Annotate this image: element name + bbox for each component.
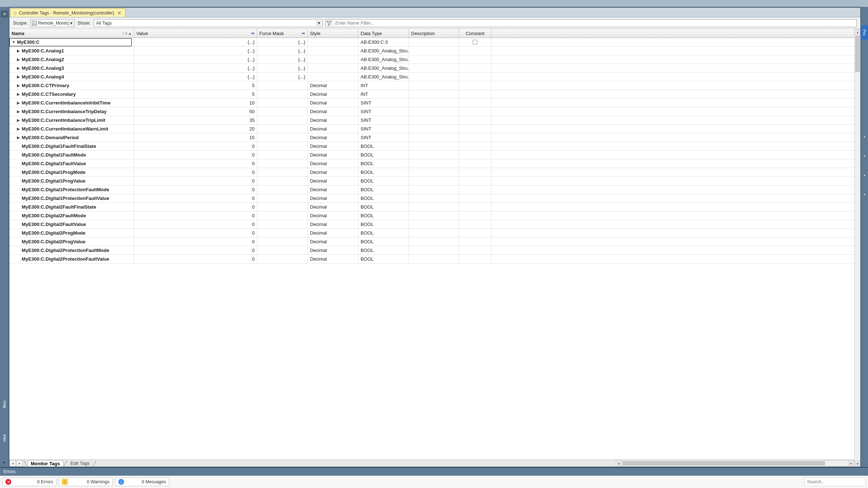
tag-constant[interactable] [459,246,492,254]
tag-value[interactable]: {...} [134,55,257,64]
tag-description[interactable] [409,116,459,124]
tag-value[interactable]: 0 [134,159,257,168]
tag-style[interactable]: Decimal [308,107,358,116]
tag-value[interactable]: 0 [134,255,257,263]
tag-value[interactable]: 5 [134,90,257,98]
tag-value[interactable]: 0 [134,185,257,194]
tag-description[interactable] [409,90,459,98]
tag-description[interactable] [409,220,459,228]
scope-select[interactable]: Remote_Monitori ▾ [30,19,75,27]
tag-constant[interactable] [459,220,492,228]
expand-toggle[interactable]: ▶ [16,110,21,114]
tag-constant[interactable] [459,125,492,133]
tab-edit-tags[interactable]: Edit Tags [68,460,93,467]
table-row[interactable]: MyE300:C.Digital2FaultMode0DecimalBOOL [9,211,854,220]
tag-constant[interactable] [459,116,492,124]
tag-constant[interactable] [459,194,492,202]
expand-toggle[interactable]: ▶ [16,75,21,79]
tag-constant[interactable] [459,47,492,55]
table-row[interactable]: MyE300:C.Digital1FaultValue0DecimalBOOL [9,159,854,168]
tag-force-mask[interactable] [257,168,308,176]
warnings-chip[interactable]: ! 0 Warnings [59,478,113,486]
expand-toggle[interactable]: ▶ [16,127,21,131]
tag-force-mask[interactable] [257,99,308,107]
tag-force-mask[interactable] [257,142,308,150]
tag-style[interactable]: Decimal [308,168,358,176]
column-header-value[interactable]: Value ⬌ [134,29,257,38]
tag-force-mask[interactable]: {...} [257,64,308,72]
tag-style[interactable]: Decimal [308,246,358,254]
tag-style[interactable]: Decimal [308,220,358,228]
expand-toggle[interactable]: ▶ [16,49,21,53]
table-row[interactable]: ▶MyE300:C.CTSecondary5DecimalINT [9,90,854,99]
vertical-scrollbar[interactable]: ▴ ▾ [854,29,860,467]
tag-constant[interactable] [459,90,492,98]
sheet-nav-prev[interactable]: ◂ [9,460,16,467]
table-row[interactable]: ▼MyE300:C{...}{...}AB:E300:C:3 [9,38,854,47]
scroll-down-button[interactable]: ▾ [855,461,860,467]
tag-description[interactable] [409,159,459,168]
tag-constant[interactable] [459,168,492,176]
expand-dock-button[interactable]: ▸ [1,458,8,466]
tag-description[interactable] [409,255,459,263]
filter-icon[interactable] [326,20,333,27]
table-row[interactable]: ▶MyE300:C.CurrentImbalanceTripLimit35Dec… [9,116,854,125]
tag-constant[interactable] [459,142,492,150]
tag-style[interactable]: Decimal [308,81,358,90]
tag-force-mask[interactable] [257,107,308,116]
tag-style[interactable]: Decimal [308,151,358,159]
column-options-icon[interactable]: ⋮≡ [121,31,127,36]
tag-force-mask[interactable]: {...} [257,55,308,64]
scroll-up-button[interactable]: ▴ [855,29,860,35]
tag-value[interactable]: 0 [134,246,257,254]
table-row[interactable]: ▶MyE300:C.DemandPeriod15DecimalSINT [9,133,854,142]
tag-style[interactable] [308,64,358,72]
tag-description[interactable] [409,211,459,220]
tag-style[interactable]: Decimal [308,203,358,211]
tag-constant[interactable] [459,55,492,64]
tag-style[interactable] [308,47,358,55]
tag-value[interactable]: 10 [134,99,257,107]
tag-style[interactable] [308,38,358,46]
messages-chip[interactable]: i 0 Messages [115,478,169,486]
flyout-button[interactable]: ▸ [864,154,865,158]
table-row[interactable]: MyE300:C.Digital1FaultFinalState0Decimal… [9,142,854,151]
close-tab-button[interactable]: ✕ [116,10,122,16]
tag-value[interactable]: 15 [134,133,257,142]
tag-description[interactable] [409,203,459,211]
table-row[interactable]: MyE300:C.Digital1FaultMode0DecimalBOOL [9,151,854,159]
scroll-right-button[interactable]: ▸ [848,460,854,466]
table-row[interactable]: ▶MyE300:C.Analog2{...}{...}AB:E300_Analo… [9,55,854,64]
checkbox[interactable] [473,40,477,44]
table-row[interactable]: MyE300:C.Digital2ProtectionFaultMode0Dec… [9,246,854,255]
tag-value[interactable]: 0 [134,177,257,185]
scroll-thumb[interactable] [622,461,825,465]
table-row[interactable]: MyE300:C.Digital2ProtectionFaultValue0De… [9,255,854,264]
flyout-button[interactable]: ▸ [864,174,865,177]
tag-value[interactable]: 0 [134,203,257,211]
table-row[interactable]: ▶MyE300:C.Analog1{...}{...}AB:E300_Analo… [9,47,854,55]
table-row[interactable]: MyE300:C.Digital1ProgMode0DecimalBOOL [9,168,854,177]
tag-constant[interactable] [459,185,492,194]
tag-value[interactable]: 0 [134,229,257,237]
tag-description[interactable] [409,142,459,150]
tag-value[interactable]: 35 [134,116,257,124]
name-filter-input[interactable] [333,21,856,26]
tag-style[interactable]: Decimal [308,125,358,133]
tag-description[interactable] [409,55,459,64]
expand-toggle[interactable]: ▼ [11,40,16,44]
table-row[interactable]: MyE300:C.Digital1ProtectionFaultMode0Dec… [9,185,854,194]
tag-constant[interactable] [459,159,492,168]
table-row[interactable]: MyE300:C.Digital1ProtectionFaultValue0De… [9,194,854,203]
table-row[interactable]: ▶MyE300:C.CurrentImbalanceWarnLimit20Dec… [9,125,854,133]
tag-constant[interactable] [459,237,492,246]
tag-constant[interactable] [459,211,492,220]
close-panel-button[interactable]: ✕ [1,10,8,18]
tag-style[interactable]: Decimal [308,229,358,237]
tag-value[interactable]: 5 [134,81,257,90]
tag-force-mask[interactable] [257,194,308,202]
expand-toggle[interactable]: ▶ [16,92,21,96]
tag-force-mask[interactable] [257,255,308,263]
document-tab[interactable]: ◇ Controller Tags - Remote_Monitoring(co… [10,8,125,17]
tag-description[interactable] [409,38,459,46]
